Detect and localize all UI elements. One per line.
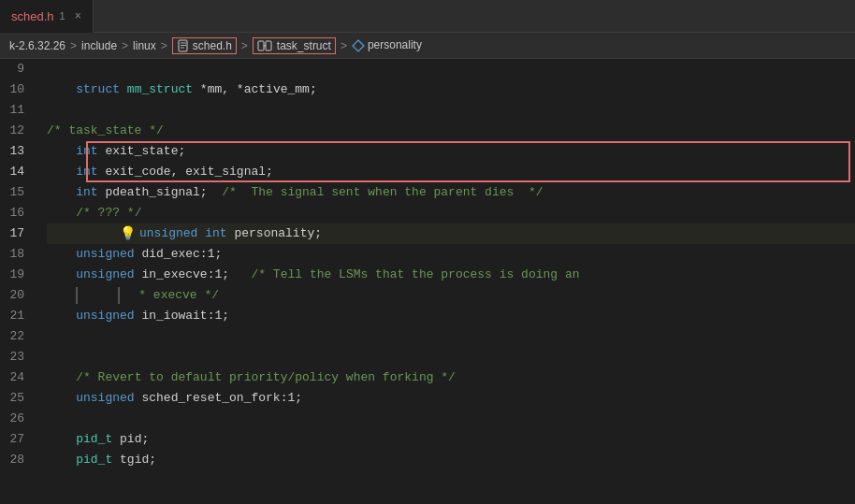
tab-close-button[interactable]: × [75, 9, 81, 22]
code-line-23 [47, 347, 855, 367]
code-line-9 [47, 59, 855, 79]
line-num-24: 24 [0, 367, 32, 388]
diamond-icon [352, 39, 365, 52]
breadcrumb-schedh[interactable]: sched.h [172, 37, 237, 54]
breadcrumb: k-2.6.32.26 > include > linux > sched.h … [0, 33, 855, 59]
code-line-28: pid_t tgid; [47, 450, 855, 470]
breadcrumb-sep-3: > [161, 39, 167, 52]
line-num-12: 12 [0, 121, 32, 141]
hint-bulb-icon: 💡 [120, 226, 136, 241]
code-line-17: 💡 unsigned int personality; [47, 223, 855, 244]
tab-sched-h[interactable]: sched.h 1 × [0, 0, 94, 33]
code-line-15: int pdeath_signal; /* The signal sent wh… [47, 182, 855, 203]
svg-rect-0 [179, 40, 187, 51]
line-num-9: 9 [0, 59, 32, 79]
svg-rect-5 [266, 41, 271, 50]
code-line-12: /* task_state */ [47, 121, 855, 141]
file-icon [177, 39, 190, 52]
breadcrumb-sep-4: > [241, 39, 248, 52]
line-num-26: 26 [0, 409, 32, 429]
code-line-22 [47, 326, 855, 347]
code-line-13: int exit_state; [47, 141, 855, 162]
code-line-27: pid_t pid; [47, 429, 855, 450]
line-num-16: 16 [0, 203, 32, 223]
editor: 9 10 11 12 13 14 15 16 17 18 19 20 21 22… [0, 59, 855, 504]
code-content[interactable]: struct mm_struct *mm, *active_mm; /* tas… [39, 59, 855, 470]
line-num-17: 17 [0, 223, 32, 244]
breadcrumb-root[interactable]: k-2.6.32.26 [9, 39, 65, 52]
breadcrumb-task-struct[interactable]: task_struct [253, 37, 336, 54]
code-line-21: unsigned in_iowait:1; [47, 306, 855, 326]
line-num-21: 21 [0, 306, 32, 326]
code-line-20: * execve */ [47, 285, 855, 306]
breadcrumb-include[interactable]: include [81, 39, 117, 52]
breadcrumb-personality[interactable]: personality [352, 38, 422, 52]
line-num-10: 10 [0, 79, 32, 100]
code-wrapper: struct mm_struct *mm, *active_mm; /* tas… [39, 59, 855, 504]
line-num-28: 28 [0, 450, 32, 470]
breadcrumb-linux[interactable]: linux [133, 39, 156, 52]
breadcrumb-sep-1: > [70, 39, 77, 52]
code-line-10: struct mm_struct *mm, *active_mm; [47, 79, 855, 100]
line-num-27: 27 [0, 429, 32, 450]
line-num-11: 11 [0, 100, 32, 121]
code-line-11 [47, 100, 855, 121]
code-line-16: /* ??? */ [47, 203, 855, 223]
line-num-20: 20 [0, 285, 32, 306]
line-num-23: 23 [0, 347, 32, 367]
code-line-18: unsigned did_exec:1; [47, 244, 855, 265]
line-num-25: 25 [0, 388, 32, 409]
line-num-15: 15 [0, 182, 32, 203]
line-num-22: 22 [0, 326, 32, 347]
code-line-26 [47, 409, 855, 429]
breadcrumb-sep-2: > [122, 39, 128, 52]
line-num-13: 13 [0, 141, 32, 162]
code-line-25: unsigned sched_reset_on_fork:1; [47, 388, 855, 409]
line-numbers: 9 10 11 12 13 14 15 16 17 18 19 20 21 22… [0, 59, 39, 504]
svg-marker-7 [353, 40, 364, 51]
struct-icon [257, 39, 272, 52]
code-line-24: /* Revert to default priority/policy whe… [47, 367, 855, 388]
code-line-19: unsigned in_execve:1; /* Tell the LSMs t… [47, 265, 855, 285]
line-num-19: 19 [0, 265, 32, 285]
tab-filename: sched.h [11, 9, 54, 23]
code-line-14: int exit_code, exit_signal; [47, 162, 855, 182]
tab-bar: sched.h 1 × [0, 0, 855, 33]
line-num-14: 14 [0, 162, 32, 182]
svg-rect-4 [258, 41, 264, 50]
tab-number: 1 [60, 10, 65, 22]
line-num-18: 18 [0, 244, 32, 265]
breadcrumb-sep-5: > [341, 39, 347, 52]
